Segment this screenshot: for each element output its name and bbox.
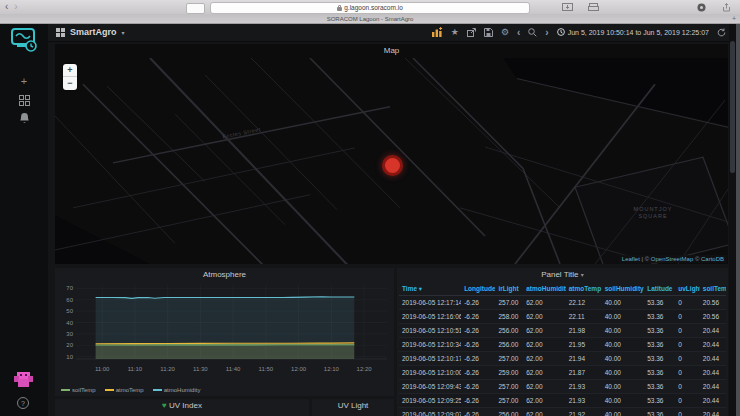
svg-text:12:10: 12:10 bbox=[324, 366, 340, 372]
column-header[interactable]: Latitude bbox=[644, 282, 675, 295]
browser-tab[interactable]: SORACOM Lagoon - SmartAgro + bbox=[0, 14, 740, 24]
legend-item-atmoTemp[interactable]: atmoTemp bbox=[105, 387, 144, 393]
column-header[interactable]: Time ▾ bbox=[399, 282, 461, 295]
uv-index-panel-title[interactable]: ♥ UV Index bbox=[55, 399, 309, 412]
dashboard-title[interactable]: SmartAgro bbox=[70, 27, 117, 37]
uv-light-panel-title[interactable]: UV Light bbox=[312, 399, 394, 412]
scrollbar-thumb[interactable] bbox=[730, 41, 735, 173]
uv-index-title-text: UV Index bbox=[169, 401, 202, 410]
print-icon[interactable] bbox=[588, 3, 599, 11]
table-cell: 0 bbox=[675, 380, 700, 393]
legend-item-atmoHumidity[interactable]: atmoHumidity bbox=[153, 387, 201, 393]
table-panel-title[interactable]: Panel Title ▾ bbox=[397, 268, 728, 281]
column-header[interactable]: soilTemp bbox=[700, 282, 726, 295]
table-cell: 0 bbox=[675, 338, 700, 351]
table-cell: 2019-06-05 12:09:07 bbox=[399, 408, 461, 416]
star-icon[interactable]: ★ bbox=[451, 23, 459, 41]
dashboards-icon[interactable] bbox=[17, 92, 31, 106]
table-cell: 0 bbox=[675, 310, 700, 323]
time-range-picker[interactable]: Jun 5, 2019 10:50:14 to Jun 5, 2019 12:2… bbox=[557, 28, 709, 36]
table-cell: 62.00 bbox=[523, 352, 566, 365]
column-header[interactable]: atmoHumidity bbox=[523, 282, 566, 295]
grafana-app: + ? bbox=[0, 23, 740, 416]
dashboard-picker-icon[interactable] bbox=[56, 28, 65, 37]
address-bar[interactable]: g.lagoon.soracom.io bbox=[210, 2, 530, 14]
carto-link[interactable]: CartoDB bbox=[701, 256, 724, 262]
table-cell: 53.36 bbox=[644, 380, 675, 393]
settings-gear-icon[interactable]: ⚙ bbox=[501, 23, 509, 41]
atmosphere-panel-title[interactable]: Atmosphere bbox=[55, 268, 394, 281]
legend-label: atmoHumidity bbox=[164, 387, 201, 393]
time-shift-right-icon[interactable]: › bbox=[545, 27, 548, 38]
table-cell: 2019-06-05 12:10:34 bbox=[399, 338, 461, 351]
profile-icon[interactable] bbox=[697, 3, 708, 11]
sidebar-toggle-icon[interactable] bbox=[186, 3, 205, 14]
osm-link[interactable]: OpenStreetMap bbox=[651, 256, 693, 262]
table-cell: 21.98 bbox=[566, 324, 602, 337]
leaflet-link[interactable]: Leaflet bbox=[622, 256, 640, 262]
table-row: 2019-06-05 12:09:25-6.26257.0062.0021.93… bbox=[399, 394, 726, 408]
table-cell: 2019-06-05 12:10:17 bbox=[399, 352, 461, 365]
atmosphere-chart[interactable]: 7060504030201011:0011:1011:2011:3011:401… bbox=[58, 281, 391, 377]
table-cell: 40.00 bbox=[602, 408, 645, 416]
share-icon[interactable] bbox=[722, 3, 733, 11]
table-cell: -6.26 bbox=[461, 394, 495, 407]
svg-text:60: 60 bbox=[66, 297, 73, 303]
table-cell: -6.26 bbox=[461, 380, 495, 393]
dashboard-title-caret: ▾ bbox=[122, 29, 125, 36]
table-cell: 21.94 bbox=[566, 352, 602, 365]
forward-button[interactable]: › bbox=[14, 1, 23, 12]
table-cell: 20.44 bbox=[700, 352, 726, 365]
map-panel-title[interactable]: Map bbox=[55, 44, 728, 57]
table-row: 2019-06-05 12:10:17-6.26257.0062.0021.94… bbox=[399, 352, 726, 366]
map-zoom-control: + − bbox=[63, 64, 77, 90]
main-area: SmartAgro ▾ ★ ⚙ ‹ bbox=[48, 23, 740, 416]
svg-text:11:50: 11:50 bbox=[259, 366, 274, 372]
zoom-out-icon[interactable] bbox=[528, 28, 537, 37]
save-dashboard-icon[interactable] bbox=[484, 28, 493, 37]
download-icon[interactable] bbox=[562, 3, 573, 11]
map-marker[interactable] bbox=[382, 155, 403, 176]
table-row: 2019-06-05 12:10:00-6.26259.0062.0021.87… bbox=[399, 366, 726, 380]
table-cell: 257.00 bbox=[495, 380, 523, 393]
scrollbar-track[interactable] bbox=[729, 23, 736, 416]
alert-ok-heart-icon: ♥ bbox=[162, 401, 167, 410]
add-icon[interactable]: + bbox=[17, 74, 31, 88]
table-cell: 53.36 bbox=[644, 296, 675, 309]
legend-color-dash bbox=[105, 389, 114, 391]
share-dashboard-icon[interactable] bbox=[467, 28, 476, 37]
svg-text:10: 10 bbox=[66, 354, 73, 360]
table-cell: 20.44 bbox=[700, 366, 726, 379]
table-cell: 21.93 bbox=[566, 394, 602, 407]
table-cell: 21.87 bbox=[566, 366, 602, 379]
table-cell: 2019-06-05 12:16:06 bbox=[399, 310, 461, 323]
legend-color-dash bbox=[153, 389, 162, 391]
time-shift-left-icon[interactable]: ‹ bbox=[517, 27, 520, 38]
svg-text:11:30: 11:30 bbox=[193, 366, 208, 372]
table-cell: 2019-06-05 12:10:00 bbox=[399, 366, 461, 379]
column-header[interactable]: Longitude bbox=[461, 282, 495, 295]
column-header[interactable]: irLight bbox=[495, 282, 523, 295]
map-zoom-out-button[interactable]: − bbox=[63, 77, 77, 90]
legend-item-soilTemp[interactable]: soilTemp bbox=[61, 387, 96, 393]
column-header[interactable]: uvLight bbox=[675, 282, 700, 295]
table-cell: 0 bbox=[675, 408, 700, 416]
add-panel-icon[interactable] bbox=[432, 27, 443, 37]
table-cell: 62.00 bbox=[523, 380, 566, 393]
lagoon-logo-icon[interactable] bbox=[9, 27, 39, 57]
user-avatar[interactable] bbox=[13, 371, 34, 392]
table-cell: 62.00 bbox=[523, 324, 566, 337]
alerts-bell-icon[interactable] bbox=[17, 110, 31, 124]
map-zoom-in-button[interactable]: + bbox=[63, 64, 77, 77]
new-tab-button[interactable]: + bbox=[732, 15, 736, 22]
table-row: 2019-06-05 12:10:51-6.26256.0062.0021.98… bbox=[399, 324, 726, 338]
column-header[interactable]: atmoTemp bbox=[566, 282, 602, 295]
back-button[interactable]: ‹ bbox=[5, 1, 14, 12]
table-cell: 62.00 bbox=[523, 296, 566, 309]
help-icon[interactable]: ? bbox=[17, 397, 29, 409]
table-cell: 256.00 bbox=[495, 324, 523, 337]
refresh-icon[interactable] bbox=[717, 28, 726, 37]
table-cell: 40.00 bbox=[602, 338, 645, 351]
table-cell: -6.26 bbox=[461, 310, 495, 323]
column-header[interactable]: soilHumidity bbox=[602, 282, 645, 295]
